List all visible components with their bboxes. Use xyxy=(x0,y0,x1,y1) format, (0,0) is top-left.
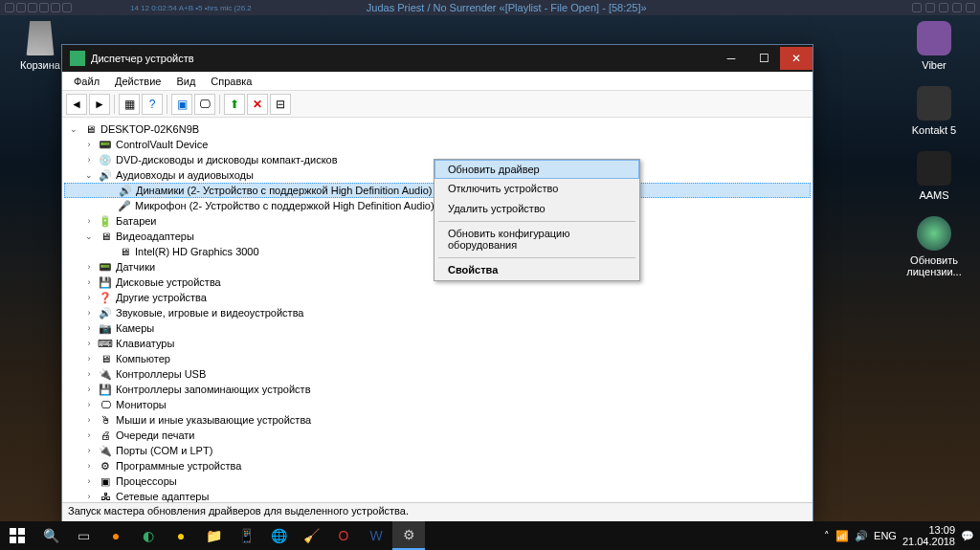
computer-icon: 🖥 xyxy=(82,122,98,136)
tray-volume-icon[interactable]: 🔊 xyxy=(855,530,868,542)
update-icon xyxy=(917,216,951,251)
player-next-icon[interactable] xyxy=(925,3,935,12)
mouse-icon: 🖱 xyxy=(98,413,113,427)
disable-button[interactable]: ✕ xyxy=(247,94,268,115)
battery-icon: 🔋 xyxy=(98,214,113,228)
taskbar-app[interactable]: ● xyxy=(100,521,132,550)
update-driver-button[interactable]: ⬆ xyxy=(224,94,245,115)
player-next-icon[interactable] xyxy=(939,3,948,12)
player-button[interactable] xyxy=(5,3,14,12)
tray-network-icon[interactable]: 📶 xyxy=(835,530,849,542)
show-hidden-button[interactable]: ▦ xyxy=(119,94,140,115)
tray-language[interactable]: ENG xyxy=(874,530,897,541)
menu-item-uninstall[interactable]: Удалить устройство xyxy=(434,199,639,219)
back-button[interactable]: ◄ xyxy=(66,94,87,115)
menu-help[interactable]: Справка xyxy=(203,74,259,89)
tray[interactable]: ˄ 📶 🔊 ENG 13:09 21.04.2018 💬 xyxy=(824,524,980,547)
minimize-button[interactable]: ─ xyxy=(715,47,747,70)
help-button[interactable]: ? xyxy=(142,94,163,115)
menu-item-update-driver[interactable]: Обновить драйвер xyxy=(434,160,639,179)
taskbar-taskview-icon[interactable]: ▭ xyxy=(67,521,100,550)
properties-button[interactable]: ▣ xyxy=(171,94,192,115)
taskbar-chrome[interactable]: 🌐 xyxy=(262,521,295,550)
menu-separator xyxy=(438,221,635,222)
uninstall-button[interactable]: ⊟ xyxy=(270,94,291,115)
tree-node[interactable]: ›🖱Мыши и иные указывающие устройства xyxy=(64,412,811,428)
menu-view[interactable]: Вид xyxy=(168,74,203,89)
tray-clock[interactable]: 13:09 21.04.2018 xyxy=(902,524,955,547)
desktop-icon-trash[interactable]: Корзина xyxy=(11,21,69,71)
kontakt-icon xyxy=(917,86,951,121)
mic-icon: 🎤 xyxy=(117,199,132,212)
gpu-icon: 🖥 xyxy=(117,245,132,258)
tree-node[interactable]: ›💾Контроллеры запоминающих устройств xyxy=(64,382,811,397)
desktop-icon-kontakt[interactable]: Kontakt 5 xyxy=(905,86,963,136)
menu-item-disable[interactable]: Отключить устройство xyxy=(434,179,639,199)
desktop-icon-aams[interactable]: AAMS xyxy=(905,151,963,201)
titlebar[interactable]: Диспетчер устройств ─ ☐ ✕ xyxy=(62,45,813,72)
taskbar-devmgr[interactable]: ⚙ xyxy=(392,521,425,550)
tree-node[interactable]: ›▣Процессоры xyxy=(64,473,811,489)
tree-node[interactable]: ›🔌Контроллеры USB xyxy=(64,366,811,382)
tree-node[interactable]: ›🔊Звуковые, игровые и видеоустройства xyxy=(64,305,811,320)
viber-icon xyxy=(917,21,951,55)
disk-icon: 💾 xyxy=(98,275,113,289)
tree-node[interactable]: ›📟ControlVault Device xyxy=(64,137,811,152)
menu-item-scan[interactable]: Обновить конфигурацию оборудования xyxy=(434,224,639,255)
tree-node[interactable]: ›⚙Программные устройства xyxy=(64,458,811,473)
taskbar-app[interactable]: ◐ xyxy=(132,521,165,550)
sensor-icon: 📟 xyxy=(98,260,113,274)
player-button[interactable] xyxy=(51,3,60,12)
status-bar: Запуск мастера обновления драйверов для … xyxy=(62,502,813,521)
maximize-button[interactable]: ☐ xyxy=(747,47,780,70)
scan-button[interactable]: 🖵 xyxy=(194,94,215,115)
player-button[interactable] xyxy=(62,3,72,12)
menu-item-properties[interactable]: Свойства xyxy=(434,260,639,280)
keyboard-icon: ⌨ xyxy=(98,337,113,350)
network-icon: 🖧 xyxy=(98,490,113,502)
menu-action[interactable]: Действие xyxy=(107,74,168,89)
player-button[interactable] xyxy=(39,3,49,12)
usb-icon: 🔌 xyxy=(98,367,113,381)
taskbar-explorer[interactable]: 📁 xyxy=(197,521,230,550)
computer-icon: 🖥 xyxy=(98,352,113,365)
tray-notifications-icon[interactable]: 💬 xyxy=(961,530,974,542)
media-player-bar: 14 12 0:02:54 A+B •5 •hrs mic (26.2 Juda… xyxy=(0,0,980,15)
taskbar: 🔍 ▭ ● ◐ ● 📁 📱 🌐 🧹 O W ⚙ ˄ 📶 🔊 ENG 13:09 … xyxy=(0,521,980,550)
menu-file[interactable]: Файл xyxy=(66,74,107,89)
taskbar-word[interactable]: W xyxy=(360,521,392,550)
storage-icon: 💾 xyxy=(98,383,113,396)
context-menu: Обновить драйвер Отключить устройство Уд… xyxy=(434,159,640,281)
taskbar-app[interactable]: ● xyxy=(165,521,197,550)
port-icon: 🔌 xyxy=(98,444,113,457)
tree-root[interactable]: ⌄🖥DESKTOP-02K6N9B xyxy=(64,121,811,137)
taskbar-opera[interactable]: O xyxy=(327,521,360,550)
player-track: Judas Priest / No Surrender «[Playlist -… xyxy=(367,2,647,13)
tree-node[interactable]: ›🖧Сетевые адаптеры xyxy=(64,489,811,502)
taskbar-search-icon[interactable]: 🔍 xyxy=(34,521,67,550)
player-next-icon[interactable] xyxy=(952,3,962,12)
player-button[interactable] xyxy=(16,3,26,12)
close-button[interactable]: ✕ xyxy=(780,47,813,70)
tree-node[interactable]: ›🖨Очереди печати xyxy=(64,428,811,443)
player-next-icon[interactable] xyxy=(912,3,922,12)
forward-button[interactable]: ► xyxy=(89,94,110,115)
start-button[interactable] xyxy=(0,521,34,550)
tree-node[interactable]: ›🔌Порты (COM и LPT) xyxy=(64,443,811,458)
tree-node[interactable]: ›❓Другие устройства xyxy=(64,290,811,305)
audio-icon: 🔊 xyxy=(98,168,113,182)
player-button[interactable] xyxy=(28,3,37,12)
player-next-icon[interactable] xyxy=(966,3,975,12)
device-icon: 📟 xyxy=(98,138,113,151)
player-timer: 14 12 0:02:54 A+B •5 •hrs mic (26.2 xyxy=(130,4,252,12)
desktop-icon-update[interactable]: Обновить лицензии... xyxy=(905,216,963,277)
taskbar-phone[interactable]: 📱 xyxy=(230,521,262,550)
tray-chevron-up-icon[interactable]: ˄ xyxy=(824,530,830,542)
tree-node[interactable]: ›🖵Мониторы xyxy=(64,397,811,412)
cpu-icon: ▣ xyxy=(98,474,113,488)
tree-node[interactable]: ›🖥Компьютер xyxy=(64,351,811,366)
taskbar-ccleaner[interactable]: 🧹 xyxy=(295,521,327,550)
tree-node[interactable]: ›⌨Клавиатуры xyxy=(64,336,811,351)
tree-node[interactable]: ›📷Камеры xyxy=(64,320,811,336)
desktop-icon-viber[interactable]: Viber xyxy=(905,21,963,71)
